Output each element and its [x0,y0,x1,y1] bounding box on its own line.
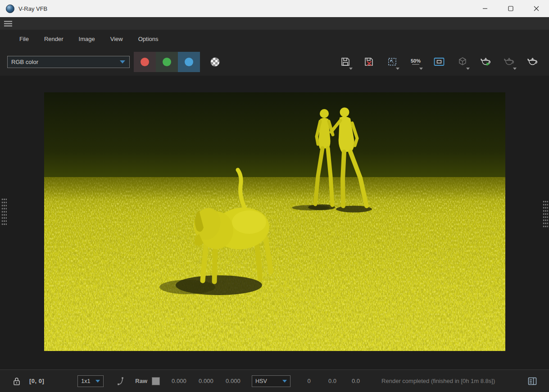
pixel-aspect-value: 1x1 [81,378,90,384]
colorspace-value: HSV [255,378,267,384]
corrections-panel-button[interactable] [526,375,538,387]
channel-dropdown-value: RGB color [11,59,38,65]
pixel-aspect-dropdown[interactable]: 1x1 [77,375,104,387]
chevron-down-icon [95,380,100,383]
sampled-color-swatch[interactable] [152,377,160,385]
chevron-down-icon [466,68,470,70]
render-sky [44,92,505,177]
rgb-value-g: 0.000 [199,378,214,384]
save-image-button[interactable] [337,52,354,71]
chevron-down-icon [513,68,517,70]
chevron-down-icon [349,68,353,70]
maximize-icon [508,6,513,11]
layout-menu-strip [0,17,549,30]
vray-vfb-window: V-Ray VFB File Render Image View Options [0,0,549,392]
region-render-icon [387,56,398,67]
save-icon [340,56,351,67]
cinema4d-app-icon [6,5,14,13]
channel-dropdown[interactable]: RGB color [7,56,130,68]
pixel-info-lock-icon[interactable] [12,376,22,387]
right-panel-drag-handle[interactable] [542,200,548,228]
match-resolution-icon [433,56,445,68]
green-channel-icon [163,58,171,66]
render-teapot-icon [527,56,539,68]
colorspace-dropdown[interactable]: HSV [252,375,290,387]
menu-render[interactable]: Render [36,30,71,48]
close-button[interactable] [523,0,549,17]
corrections-panel-icon [528,377,537,385]
menu-options[interactable]: Options [131,30,166,48]
red-channel-button[interactable] [134,52,156,72]
region-render-button[interactable] [384,52,400,71]
toolbar-right: 50% [337,52,542,71]
render-image[interactable] [44,92,505,351]
hsv-value-s: 0.0 [327,378,337,384]
interactive-render-button[interactable] [501,52,517,71]
match-resolution-button[interactable] [431,52,447,71]
clear-image-button[interactable] [361,52,377,71]
left-panel-drag-handle[interactable] [1,197,7,225]
hamburger-menu-icon[interactable] [4,21,12,27]
color-curve-icon[interactable] [117,376,126,386]
pixel-coordinates: [0, 0] [29,378,44,384]
toolbar: RGB color [0,48,549,76]
zoom-level-label: 50% [411,58,421,64]
rgb-value-r: 0.000 [172,378,187,384]
close-icon [534,6,539,11]
follow-mouse-cube-icon [457,56,468,67]
channel-buttons [134,52,200,72]
zoom-level-button[interactable]: 50% [408,52,424,71]
window-controls [472,0,549,17]
rgb-value-b: 0.000 [226,378,241,384]
green-channel-button[interactable] [156,52,178,72]
chevron-down-icon [120,60,125,64]
render-button[interactable] [525,52,541,71]
blue-channel-button[interactable] [178,52,200,72]
render-viewport [0,76,549,369]
minimize-icon [482,6,488,11]
alpha-checker-icon [210,57,220,67]
chevron-down-icon [419,68,423,70]
menubar: File Render Image View Options [0,30,549,48]
interactive-render-teapot-icon [504,56,515,68]
menu-image[interactable]: Image [71,30,103,48]
chevron-down-icon [282,380,287,383]
raw-label: Raw [135,378,147,384]
statusbar: [0, 0] 1x1 Raw 0.000 0.000 0.000 HSV 0 0… [0,369,549,392]
render-last-teapot-icon [480,56,492,68]
window-title: V-Ray VFB [18,5,47,12]
titlebar: V-Ray VFB [0,0,549,17]
render-status-message: Render completed (finished in [0h 1m 8.8… [381,378,495,384]
titlebar-left: V-Ray VFB [0,5,47,13]
menu-file[interactable]: File [12,30,36,48]
chevron-down-icon [396,68,399,70]
maximize-button[interactable] [498,0,523,17]
blue-channel-icon [185,58,193,66]
menu-view[interactable]: View [103,30,131,48]
hsv-value-h: 0 [304,378,314,384]
minimize-button[interactable] [472,0,498,17]
hsv-value-v: 0.0 [351,378,361,384]
clear-image-icon [363,56,374,67]
follow-mouse-button[interactable] [454,52,471,71]
alpha-channel-button[interactable] [207,52,222,72]
render-last-button[interactable] [478,52,494,71]
red-channel-icon [141,58,149,66]
zoom-50-icon: 50% [410,56,422,68]
